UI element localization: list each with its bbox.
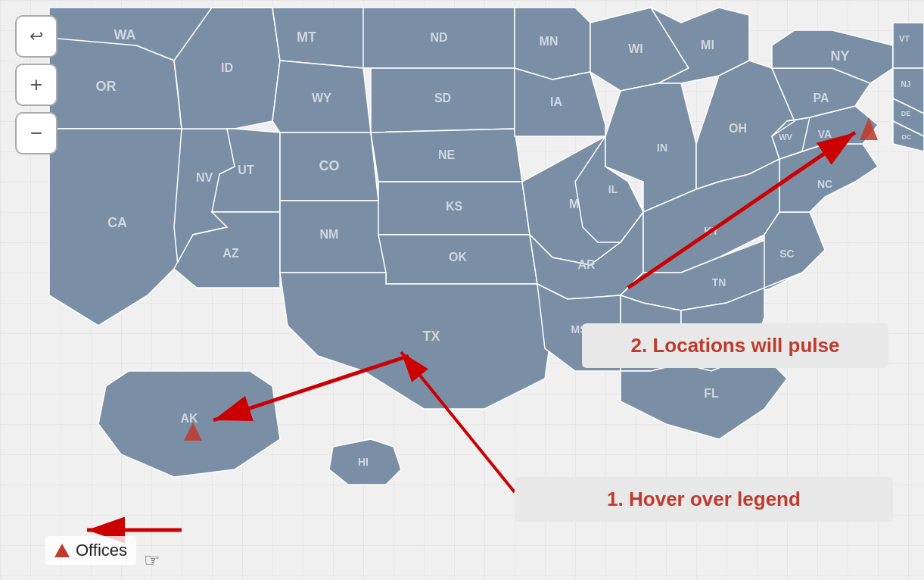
svg-text:VT: VT (899, 34, 910, 43)
svg-text:NE: NE (438, 148, 456, 161)
legend[interactable]: Offices (45, 536, 136, 565)
hover-annotation-text: 1. Hover over legend (607, 488, 801, 510)
cursor-pointer: ☞ (144, 550, 160, 571)
svg-text:MI: MI (701, 39, 714, 51)
svg-text:WY: WY (312, 92, 331, 104)
svg-text:DC: DC (902, 133, 912, 141)
svg-text:WI: WI (628, 42, 643, 55)
svg-text:UT: UT (238, 164, 254, 176)
legend-label: Offices (76, 541, 127, 560)
svg-text:HI: HI (358, 456, 369, 468)
svg-text:NV: NV (196, 171, 213, 184)
svg-text:FL: FL (704, 387, 719, 400)
svg-text:MN: MN (540, 35, 558, 48)
zoom-out-button[interactable]: − (15, 112, 58, 154)
svg-text:VA: VA (818, 128, 832, 140)
svg-text:OH: OH (729, 122, 747, 135)
svg-text:MT: MT (297, 30, 316, 45)
svg-text:KS: KS (446, 200, 463, 213)
undo-button[interactable]: ↩ (15, 15, 58, 58)
pulse-annotation: 2. Locations will pulse (582, 323, 888, 368)
svg-text:AR: AR (577, 258, 596, 271)
svg-text:CA: CA (107, 215, 127, 230)
svg-text:NC: NC (817, 178, 832, 190)
svg-text:TN: TN (712, 276, 726, 288)
svg-text:OK: OK (449, 251, 467, 263)
svg-text:IA: IA (550, 95, 562, 108)
svg-text:DE: DE (901, 110, 911, 117)
svg-text:SC: SC (779, 248, 794, 260)
svg-text:WA: WA (114, 27, 136, 42)
legend-triangle-icon (54, 544, 70, 557)
svg-text:OR: OR (96, 79, 117, 94)
svg-text:TX: TX (422, 329, 440, 344)
map-controls: ↩ + − (15, 15, 58, 154)
svg-text:ID: ID (221, 61, 233, 74)
svg-text:NY: NY (830, 48, 849, 64)
svg-text:ND: ND (430, 31, 447, 44)
hover-annotation: 1. Hover over legend (515, 477, 893, 522)
pulse-annotation-text: 2. Locations will pulse (631, 334, 840, 357)
svg-text:NJ: NJ (901, 80, 911, 89)
svg-text:SD: SD (434, 92, 451, 104)
svg-text:PA: PA (813, 92, 829, 104)
svg-text:IN: IN (657, 142, 667, 154)
svg-marker-78 (893, 23, 924, 68)
svg-text:WV: WV (779, 133, 792, 142)
svg-text:NM: NM (320, 228, 339, 241)
svg-text:AK: AK (180, 412, 198, 425)
svg-text:CO: CO (319, 158, 340, 173)
svg-text:IL: IL (608, 183, 618, 195)
svg-text:AZ: AZ (222, 247, 239, 260)
zoom-in-button[interactable]: + (15, 64, 58, 106)
